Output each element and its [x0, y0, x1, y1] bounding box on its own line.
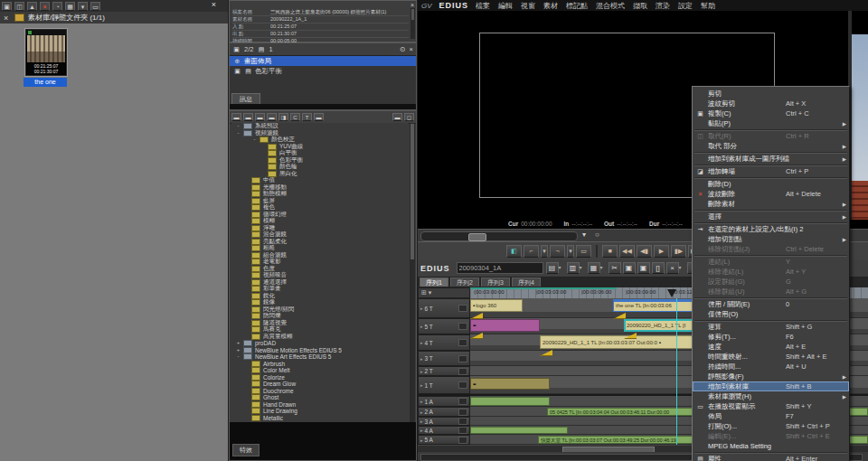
effect-tree-item[interactable]: 通道選擇 [231, 279, 409, 287]
context-menu-item[interactable]: 取代 部分 ▶ [693, 141, 849, 151]
effect-tree-item[interactable]: + NewBlue Motion Effects EDIUS 5 [231, 347, 409, 354]
timeline-clip[interactable]: ▪▪ [470, 378, 550, 390]
effect-tree-item[interactable]: Line Drawing [231, 408, 409, 415]
context-menu-item[interactable]: × 波紋刪除 Alt + Delete [693, 189, 849, 199]
effect-tree-item[interactable]: 閃光燈/頻閃 [231, 306, 409, 314]
menu-bar-item[interactable]: 幫助 [701, 1, 715, 11]
context-menu-item[interactable]: 移除群組(U) Alt + G [693, 287, 849, 296]
effect-tree-item[interactable]: 色度 [231, 266, 409, 273]
applied-effect-item[interactable]: ▣ ▤ 色彩平衡 [230, 66, 416, 76]
clip-thumbnail[interactable]: 00:21:25:07 00:21:30:07 [25, 29, 67, 76]
effect-tree-item[interactable]: 混合濾鏡 [231, 231, 409, 239]
video-track-header[interactable]: ▸ 3 T [418, 351, 470, 366]
timeline-toolbar-button[interactable]: ▣ [637, 262, 650, 274]
timeline-toolbar-button[interactable]: ▦ [588, 262, 600, 274]
menu-bar-item[interactable]: 編輯 [498, 1, 513, 11]
timeline-toolbar-button[interactable]: ✂ [609, 262, 621, 274]
context-menu-item[interactable]: 移除切割點(J) Ctrl + Delete [693, 244, 849, 254]
effect-tree-item[interactable]: YUV曲線 [231, 144, 409, 151]
menu-bar-item[interactable]: 混合模式 [596, 1, 625, 11]
bin-toolbar-icon[interactable]: ▣ [2, 2, 12, 11]
track-expander-icon[interactable]: ▸ [420, 428, 423, 433]
effect-tree-item[interactable]: 銳化 [231, 293, 409, 300]
context-menu-item[interactable]: ▣ 複製(C) Ctrl + C [693, 108, 849, 118]
context-menu-item[interactable]: 波紋剪切 Alt + X [693, 99, 849, 108]
context-menu-item[interactable]: 剪切 [693, 89, 849, 99]
context-menu-item[interactable]: ◫ 取代(R) Ctrl + R [693, 131, 849, 141]
effect-tree-item[interactable]: Duochrome [231, 388, 409, 395]
effect-tree-item[interactable]: Metallic [231, 415, 409, 422]
clip-name-label[interactable]: the one [24, 78, 67, 87]
timeline-clip[interactable]: ▪▪ [470, 319, 540, 332]
effect-view-icon[interactable]: ▬ [392, 113, 402, 121]
close-icon[interactable]: × [4, 14, 11, 23]
track-expander-icon[interactable]: ▸ [420, 340, 423, 345]
menu-bar-item[interactable]: 素材 [543, 1, 558, 11]
audio-track-header[interactable]: ▸ 3 A [418, 417, 470, 426]
effect-tree-item[interactable]: 組合濾鏡 [231, 252, 409, 259]
context-menu-item[interactable]: 打開(O)... Shift + Ctrl + P [693, 421, 849, 431]
track-expander-icon[interactable]: ▸ [420, 306, 423, 311]
marker-balloon-icon[interactable]: ○ [595, 230, 599, 239]
context-menu-item[interactable]: 連結(L) Y [693, 257, 849, 267]
tab-information[interactable]: 訊息 [231, 93, 260, 104]
context-menu-item[interactable]: ⇥ 在選定的素材上設定入/出點(I) 2 [693, 224, 849, 234]
bin-toolbar-icon[interactable]: ▭ [90, 2, 100, 11]
tree-expander-icon[interactable]: - [235, 123, 241, 129]
effect-tree-item[interactable]: 光柵移動 [231, 184, 409, 192]
effect-tree-item[interactable]: Ghost [231, 394, 409, 401]
effect-view-icon[interactable]: ▬ [231, 113, 241, 121]
track-patch-button[interactable] [458, 409, 467, 416]
track-patch-button[interactable] [458, 381, 467, 389]
close-icon[interactable]: × [209, 1, 219, 10]
track-expander-icon[interactable]: ▸ [420, 369, 423, 374]
effect-tree-item[interactable]: Colorize [231, 374, 409, 381]
timeline-clip[interactable] [470, 397, 550, 406]
track-patch-button[interactable] [458, 355, 467, 362]
scrollbar[interactable] [410, 8, 415, 39]
effect-tree-item[interactable]: 老電影 [231, 259, 409, 266]
effect-tree-item[interactable]: - NewBlue Art Effects EDIUS 5 [231, 353, 409, 361]
tree-expander-icon[interactable]: - [251, 136, 258, 143]
context-menu-item[interactable]: 刪除素材 ▶ [693, 199, 849, 209]
context-menu-item[interactable]: 靜態影像(F) ▶ [693, 372, 849, 381]
context-menu-item[interactable]: 佈局 F7 [693, 411, 849, 421]
effect-tree-item[interactable]: 白平衡 [231, 150, 409, 157]
transport-mode-button[interactable]: ▾ [567, 245, 574, 258]
bin-toolbar-icon[interactable]: ◫ [14, 2, 24, 11]
context-menu-item[interactable]: 運算 Shift + G [693, 322, 849, 332]
track-expander-icon[interactable]: ▸ [420, 437, 423, 443]
context-menu-item[interactable]: ▤ 屬性 Alt + Enter [693, 454, 849, 461]
playhead-icon[interactable] [667, 289, 676, 297]
bin-toolbar-icon[interactable]: ▲ [27, 2, 37, 11]
video-track-header[interactable]: ▸ 4 T [418, 334, 470, 351]
menu-bar-item[interactable]: 標記點 [566, 1, 588, 11]
context-menu-item[interactable]: 修剪(T)... F6 [693, 332, 849, 342]
playback-button[interactable]: ■ [602, 245, 618, 258]
context-menu-item[interactable]: 速度 Alt + E [693, 342, 849, 352]
effect-tree-item[interactable]: 複色 [231, 204, 409, 212]
bin-toolbar-icon[interactable]: ▾ [78, 2, 88, 11]
effect-tree-item[interactable]: 彩筆畫 [231, 286, 409, 293]
playback-button[interactable]: ▮▶ [671, 245, 686, 258]
track-patch-button[interactable] [458, 418, 467, 425]
playback-button[interactable]: ▶ [654, 245, 669, 258]
effect-tree-item[interactable]: 防閃爍 [231, 313, 409, 320]
timeline-toolbar-button[interactable]: ▥ [567, 262, 580, 274]
context-menu-item[interactable]: 刪除(D) [693, 179, 849, 189]
applied-effect-item[interactable]: ⊕ 畫面佈局 [230, 56, 416, 66]
track-expander-icon[interactable]: ▸ [420, 419, 423, 424]
track-patch-button[interactable] [458, 339, 467, 346]
project-name-input[interactable] [457, 262, 543, 274]
effect-tree-item[interactable]: - 顏色校正 [231, 136, 409, 144]
scrollbar[interactable] [410, 123, 415, 424]
effect-tree-item[interactable]: 鏡像 [231, 299, 409, 306]
effect-tree-item[interactable]: 高質量模糊 [231, 334, 409, 341]
context-menu-item[interactable]: 增加到素材庫成一圖序列檔 ▶ [693, 154, 849, 164]
transport-mode-button[interactable]: ⌐ [524, 245, 539, 258]
effect-tree-item[interactable]: 動態模糊 [231, 191, 409, 198]
effect-tree-item[interactable]: 顏色輪 [231, 164, 409, 171]
sequence-tab[interactable]: 序列2 [450, 278, 479, 287]
track-patch-button[interactable] [458, 437, 467, 444]
video-track-header[interactable]: ▸ 1 T [418, 376, 470, 394]
